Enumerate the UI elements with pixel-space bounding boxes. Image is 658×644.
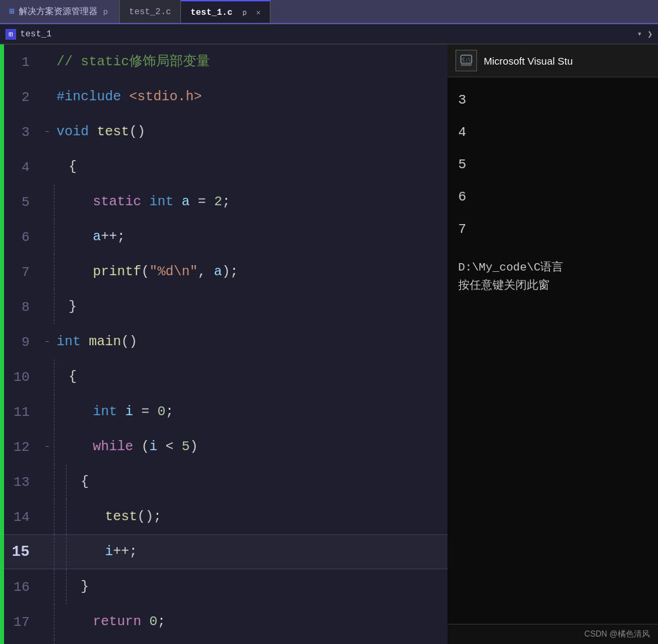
green-bar: [0, 534, 4, 569]
console-body: 3 4 5 6 7 D:\My_code\C语言 按任意键关闭此窗: [447, 77, 658, 624]
tab-test1[interactable]: test_1.c ｐ ✕: [181, 0, 270, 23]
line-number: 6: [0, 229, 40, 245]
line-number: 1: [0, 55, 40, 70]
fold-indicator[interactable]: −: [40, 129, 54, 136]
tab-pin-icon: ｐ: [241, 7, 248, 17]
code-content: }: [66, 639, 447, 644]
code-content: #include <stdio.h>: [54, 79, 447, 114]
line-number: 11: [0, 404, 40, 420]
code-content: return 0;: [90, 604, 447, 639]
code-content: i++;: [102, 534, 447, 569]
table-row: 10 {: [0, 359, 447, 394]
svg-text:C:\: C:\: [462, 57, 471, 63]
code-content: int i = 0;: [90, 394, 447, 429]
list-item: 5: [458, 149, 647, 181]
line-number: 15: [0, 544, 40, 561]
line-number: 3: [0, 124, 40, 140]
dropdown-arrow[interactable]: ▾: [637, 29, 642, 39]
tab-test1-label: test_1.c: [190, 7, 232, 17]
tab-close-icon[interactable]: ✕: [256, 8, 261, 17]
table-row: 9 − int main(): [0, 324, 447, 359]
tab-solution-explorer[interactable]: ⊞ 解决方案资源管理器 ｐ: [0, 0, 120, 23]
list-item: 6: [458, 181, 647, 213]
green-bar: [0, 254, 4, 289]
tab-solution-label: 解决方案资源管理器: [19, 5, 98, 17]
table-row: 1 // static修饰局部变量: [0, 44, 447, 79]
green-bar: [0, 394, 4, 429]
console-icon: C:\: [455, 50, 477, 71]
code-content: int main(): [54, 324, 447, 359]
solution-icon: ⊞: [9, 6, 15, 17]
table-row: 5 static int a = 2;: [0, 184, 447, 219]
code-content: {: [66, 149, 447, 184]
code-content: // static修饰局部变量: [54, 44, 447, 79]
green-bar: [0, 569, 4, 604]
code-content: a++;: [90, 219, 447, 254]
line-number: 14: [0, 509, 40, 525]
green-bar: [0, 184, 4, 219]
console-path-block: D:\My_code\C语言 按任意键关闭此窗: [458, 259, 647, 295]
console-path-line1: D:\My_code\C语言: [458, 259, 647, 277]
green-bar: [0, 149, 4, 184]
list-item: 7: [458, 213, 647, 246]
dropdown-icon: ⊞: [5, 29, 16, 40]
table-row: 12 − while (i < 5): [0, 429, 447, 464]
line-number: 2: [0, 90, 40, 105]
green-bar: [0, 324, 4, 359]
code-content: void test(): [54, 114, 447, 149]
table-row: 6 a++;: [0, 219, 447, 254]
console-hint-line: 按任意键关闭此窗: [458, 277, 647, 295]
green-bar: [0, 289, 4, 324]
console-title: Microsoft Visual Stu: [484, 55, 573, 67]
green-bar: [0, 359, 4, 394]
svg-rect-1: [461, 63, 472, 66]
dropdown-extra-arrow[interactable]: ❯: [647, 29, 653, 40]
table-row: 18 }: [0, 639, 447, 644]
line-number: 4: [0, 159, 40, 175]
green-bar: [0, 44, 4, 79]
fold-indicator[interactable]: −: [40, 338, 54, 346]
code-editor[interactable]: 1 // static修饰局部变量 2 #include <stdio.h> 3…: [0, 44, 447, 644]
green-bar: [0, 219, 4, 254]
code-content: }: [66, 289, 447, 324]
table-row: 17 return 0;: [0, 604, 447, 639]
code-content: printf("%d\n", a);: [90, 254, 447, 289]
table-row: 14 test();: [0, 499, 447, 534]
line-number: 9: [0, 334, 40, 350]
table-row: 2 #include <stdio.h>: [0, 79, 447, 114]
code-content: {: [78, 464, 447, 499]
table-row: 3 − void test(): [0, 114, 447, 149]
tab-test2-label: test_2.c: [129, 7, 171, 17]
line-number: 16: [0, 579, 40, 595]
table-row: 16 }: [0, 569, 447, 604]
green-bar: [0, 114, 4, 149]
line-number: 12: [0, 439, 40, 455]
tab-bar: ⊞ 解决方案资源管理器 ｐ test_2.c test_1.c ｐ ✕: [0, 0, 658, 24]
table-row: 8 }: [0, 289, 447, 324]
table-row: 15 i++;: [0, 534, 447, 569]
watermark-text: CSDN @橘色清风: [584, 629, 650, 640]
green-bar: [0, 429, 4, 464]
green-bar: [0, 464, 4, 499]
line-number: 13: [0, 474, 40, 490]
fold-indicator[interactable]: −: [40, 443, 54, 451]
code-lines: 1 // static修饰局部变量 2 #include <stdio.h> 3…: [0, 44, 447, 644]
pin-icon: ｐ: [102, 6, 110, 17]
line-number: 8: [0, 299, 40, 315]
line-number: 10: [0, 369, 40, 385]
code-content: }: [78, 569, 447, 604]
table-row: 4 {: [0, 149, 447, 184]
green-bar: [0, 79, 4, 114]
line-number: 5: [0, 194, 40, 210]
list-item: 3: [458, 84, 647, 116]
line-number: 17: [0, 614, 40, 630]
code-content: static int a = 2;: [90, 184, 447, 219]
line-number: 7: [0, 264, 40, 280]
code-content: while (i < 5): [90, 429, 447, 464]
console-footer: CSDN @橘色清风: [447, 624, 658, 644]
console-output-numbers: 3 4 5 6 7: [458, 84, 647, 246]
tab-test2[interactable]: test_2.c: [120, 0, 181, 23]
table-row: 7 printf("%d\n", a);: [0, 254, 447, 289]
green-bar: [0, 499, 4, 534]
console-header: C:\ Microsoft Visual Stu: [447, 44, 658, 77]
